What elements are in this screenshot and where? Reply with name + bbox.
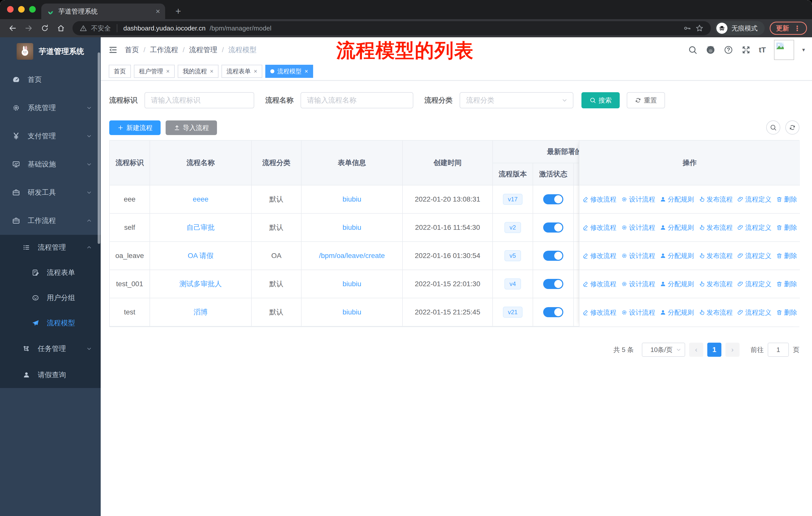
create-process-button[interactable]: 新建流程 (109, 120, 161, 135)
font-size-icon[interactable]: tT (759, 46, 766, 54)
assign-rule-link[interactable]: 分配规则 (660, 223, 694, 232)
breadcrumb-item[interactable]: 首页 (125, 45, 139, 55)
form-info-link[interactable]: /bpm/oa/leave/create (319, 252, 385, 260)
form-info-link[interactable]: biubiu (343, 223, 361, 232)
edit-process-link[interactable]: 修改流程 (582, 280, 616, 289)
sidebar-item-user-group[interactable]: 用户分组 (0, 285, 101, 310)
process-definition-link[interactable]: 流程定义 (737, 308, 772, 317)
tag-process-model[interactable]: 流程模型× (265, 65, 313, 78)
sidebar-item-process-form[interactable]: 流程表单 (0, 260, 101, 285)
publish-process-link[interactable]: 发布流程 (698, 251, 733, 260)
prev-page-button[interactable]: ‹ (689, 343, 703, 357)
forward-button[interactable] (21, 21, 36, 36)
sidebar-item-system[interactable]: 系统管理 (0, 94, 101, 122)
active-toggle[interactable] (543, 307, 563, 317)
process-name-link[interactable]: 测试多审批人 (179, 279, 222, 289)
design-process-link[interactable]: 设计流程 (621, 308, 655, 317)
version-badge[interactable]: v4 (504, 278, 521, 290)
toggle-search-button[interactable] (766, 120, 780, 135)
edit-process-link[interactable]: 修改流程 (582, 308, 616, 317)
reset-button[interactable]: 重置 (627, 92, 665, 108)
search-button[interactable]: 搜索 (581, 92, 620, 108)
active-toggle[interactable] (543, 251, 563, 261)
sidebar-item-infra[interactable]: 基础设施 (0, 150, 101, 179)
edit-process-link[interactable]: 修改流程 (582, 223, 616, 232)
tag-tenant[interactable]: 租户管理× (134, 65, 175, 78)
close-window-button[interactable] (7, 6, 13, 12)
process-key-input[interactable] (144, 92, 254, 108)
import-process-button[interactable]: 导入流程 (166, 120, 217, 135)
password-key-icon[interactable] (683, 24, 691, 32)
help-question-icon[interactable] (724, 45, 733, 55)
version-badge[interactable]: v5 (504, 250, 521, 261)
design-process-link[interactable]: 设计流程 (621, 280, 655, 289)
publish-process-link[interactable]: 发布流程 (698, 223, 733, 232)
browser-menu-icon[interactable]: ⋮ (794, 24, 801, 32)
sidebar-item-leave-query[interactable]: 请假查询 (0, 362, 101, 388)
goto-page-input[interactable] (768, 343, 789, 357)
tag-close-icon[interactable]: × (304, 68, 308, 75)
new-tab-button[interactable]: + (171, 4, 185, 18)
active-toggle[interactable] (543, 279, 563, 289)
next-page-button[interactable]: › (725, 343, 740, 357)
delete-link[interactable]: 删除 (776, 251, 797, 260)
design-process-link[interactable]: 设计流程 (621, 223, 655, 232)
assign-rule-link[interactable]: 分配规则 (660, 195, 694, 204)
sidebar-item-task-manage[interactable]: 任务管理 (0, 335, 101, 362)
design-process-link[interactable]: 设计流程 (621, 195, 655, 204)
tag-close-icon[interactable]: × (254, 68, 257, 75)
publish-process-link[interactable]: 发布流程 (698, 308, 733, 317)
process-name-link[interactable]: 滔博 (194, 307, 208, 317)
tag-close-icon[interactable]: × (166, 68, 170, 75)
sidebar-fold-icon[interactable] (108, 45, 118, 55)
process-name-input[interactable] (300, 92, 413, 108)
tab-close-icon[interactable]: × (155, 7, 160, 16)
avatar-caret-icon[interactable]: ▾ (802, 47, 805, 53)
active-toggle[interactable] (543, 194, 563, 204)
macos-traffic-lights[interactable] (7, 6, 36, 12)
assign-rule-link[interactable]: 分配规则 (660, 251, 694, 260)
refresh-table-button[interactable] (785, 120, 800, 135)
version-badge[interactable]: v17 (503, 194, 523, 205)
back-button[interactable] (5, 21, 20, 36)
active-toggle[interactable] (543, 222, 563, 233)
process-category-select[interactable]: 流程分类 (460, 92, 573, 108)
sidebar-item-process-model[interactable]: 流程模型 (0, 310, 101, 335)
version-badge[interactable]: v2 (504, 222, 521, 233)
publish-process-link[interactable]: 发布流程 (698, 280, 733, 289)
process-definition-link[interactable]: 流程定义 (737, 195, 772, 204)
form-info-link[interactable]: biubiu (343, 308, 361, 316)
breadcrumb-item[interactable]: 工作流程 (150, 45, 178, 55)
sidebar-item-payment[interactable]: 支付管理 (0, 122, 101, 150)
avatar[interactable] (774, 40, 794, 60)
chrome-update-button[interactable]: 更新 ⋮ (770, 22, 807, 35)
sidebar-item-workflow[interactable]: 工作流程 (0, 207, 101, 235)
process-definition-link[interactable]: 流程定义 (737, 280, 772, 289)
form-info-link[interactable]: biubiu (343, 280, 361, 288)
address-bar[interactable]: 不安全 dashboard.yudao.iocoder.cn/bpm/manag… (72, 21, 711, 35)
edit-process-link[interactable]: 修改流程 (582, 251, 616, 260)
publish-process-link[interactable]: 发布流程 (698, 195, 733, 204)
version-badge[interactable]: v21 (503, 307, 523, 318)
tag-process-form[interactable]: 流程表单× (222, 65, 262, 78)
sidebar-item-process-manage[interactable]: 流程管理 (0, 235, 101, 260)
form-info-link[interactable]: biubiu (343, 195, 361, 203)
minimize-window-button[interactable] (18, 6, 25, 12)
page-number-button[interactable]: 1 (707, 343, 721, 357)
delete-link[interactable]: 删除 (776, 195, 797, 204)
assign-rule-link[interactable]: 分配规则 (660, 280, 694, 289)
sidebar-item-devtools[interactable]: 研发工具 (0, 179, 101, 207)
github-icon[interactable] (705, 45, 716, 55)
sidebar-scrollbar[interactable] (98, 52, 100, 244)
home-button[interactable] (53, 21, 68, 36)
delete-link[interactable]: 删除 (776, 308, 797, 317)
page-size-select[interactable]: 10条/页 (642, 343, 685, 357)
process-definition-link[interactable]: 流程定义 (737, 223, 772, 232)
search-icon[interactable] (688, 45, 697, 55)
reload-button[interactable] (37, 21, 52, 36)
app-logo-row[interactable]: 芋道管理系统 (0, 37, 101, 65)
design-process-link[interactable]: 设计流程 (621, 251, 655, 260)
delete-link[interactable]: 删除 (776, 223, 797, 232)
browser-tab[interactable]: 芋道管理系统 × (41, 3, 165, 19)
breadcrumb-item[interactable]: 流程管理 (189, 45, 218, 55)
